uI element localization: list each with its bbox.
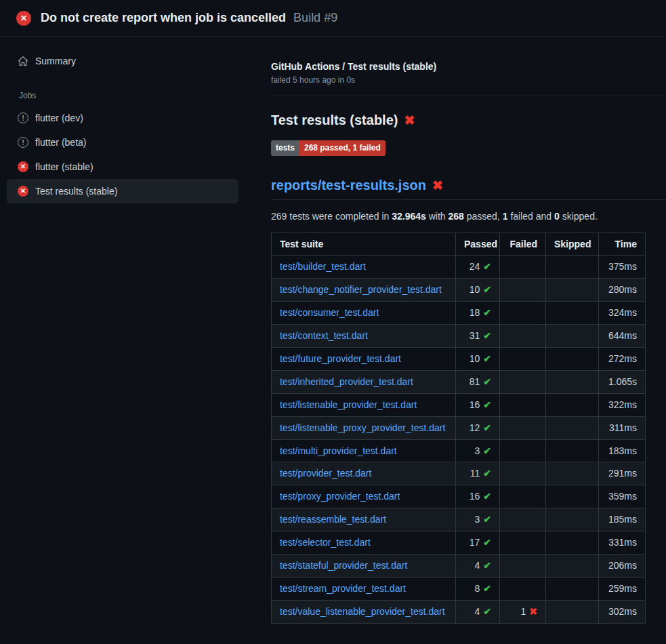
job-label: Test results (stable) <box>35 186 117 197</box>
suite-link[interactable]: test/listenable_provider_test.dart <box>280 399 417 410</box>
passed-cell: 12✔ <box>456 416 500 439</box>
time-cell: 375ms <box>599 256 646 279</box>
failed-cell <box>500 348 546 371</box>
suite-link[interactable]: test/provider_test.dart <box>280 468 371 479</box>
passed-cell: 10✔ <box>456 279 500 302</box>
time-cell: 331ms <box>599 531 646 555</box>
home-icon <box>18 56 28 66</box>
table-row: test/stream_provider_test.dart 8✔ 259ms <box>272 577 646 600</box>
col-test-suite: Test suite <box>272 233 456 256</box>
time-cell: 311ms <box>599 416 646 439</box>
suite-link[interactable]: test/listenable_proxy_provider_test.dart <box>280 422 445 433</box>
skipped-cell <box>546 325 599 348</box>
table-row: test/proxy_provider_test.dart 16✔ 359ms <box>272 485 646 508</box>
tests-badge: tests 268 passed, 1 failed <box>271 140 386 155</box>
job-status-icon: ✕ <box>18 161 28 172</box>
suite-link[interactable]: test/change_notifier_provider_test.dart <box>280 284 442 295</box>
time-cell: 302ms <box>599 600 646 623</box>
report-link[interactable]: reports/test-results.json <box>271 178 426 193</box>
check-run-content: GitHub Actions / Test results (stable) f… <box>238 37 666 623</box>
passed-cell: 8✔ <box>456 577 500 600</box>
sidebar-item-job[interactable]: ✕ Test results (stable) <box>7 179 238 203</box>
failed-cell <box>500 279 546 302</box>
time-cell: 183ms <box>599 439 646 462</box>
time-cell: 280ms <box>599 279 646 302</box>
skipped-cell <box>546 600 599 623</box>
job-status-icon: ! <box>18 137 28 148</box>
tests-badge-label: tests <box>271 140 299 155</box>
passed-cell: 16✔ <box>456 393 500 416</box>
failed-cell <box>500 256 546 279</box>
suite-link[interactable]: test/multi_provider_test.dart <box>280 445 397 456</box>
sidebar-item-job[interactable]: ! flutter (beta) <box>7 130 238 155</box>
table-row: test/value_listenable_provider_test.dart… <box>272 600 646 623</box>
job-label: flutter (stable) <box>35 161 93 172</box>
table-row: test/reassemble_test.dart 3✔ 185ms <box>272 508 646 531</box>
suite-link[interactable]: test/builder_test.dart <box>280 261 366 272</box>
sidebar-item-summary[interactable]: Summary <box>7 50 238 72</box>
table-header-row: Test suite Passed Failed Skipped Time <box>272 233 646 256</box>
passed-cell: 24✔ <box>456 256 500 279</box>
table-row: test/listenable_proxy_provider_test.dart… <box>272 416 646 439</box>
passed-cell: 81✔ <box>456 370 500 393</box>
skipped-cell <box>546 370 599 393</box>
job-label: flutter (beta) <box>35 137 86 148</box>
skipped-cell <box>546 256 599 279</box>
time-cell: 259ms <box>599 577 646 600</box>
table-row: test/consumer_test.dart 18✔ 324ms <box>272 302 646 325</box>
build-number: Build #9 <box>293 11 337 24</box>
suite-link[interactable]: test/proxy_provider_test.dart <box>280 491 400 502</box>
tests-badge-value: 268 passed, 1 failed <box>299 140 386 155</box>
skipped-cell <box>546 555 599 578</box>
failed-cell <box>500 485 546 508</box>
table-row: test/context_test.dart 31✔ 644ms <box>272 325 646 348</box>
skipped-cell <box>546 577 599 600</box>
passed-cell: 3✔ <box>456 439 500 462</box>
jobs-list: ! flutter (dev) ! flutter (beta) ✕ flutt… <box>7 106 238 203</box>
summary-line: 269 tests were completed in 32.964s with… <box>271 211 666 222</box>
table-row: test/multi_provider_test.dart 3✔ 183ms <box>272 439 646 462</box>
suite-link[interactable]: test/consumer_test.dart <box>280 307 379 318</box>
report-title-row: reports/test-results.json ✖ <box>271 178 666 200</box>
passed-cell: 17✔ <box>456 531 500 555</box>
passed-cell: 18✔ <box>456 302 500 325</box>
job-status-icon: ! <box>18 113 28 123</box>
passed-cell: 10✔ <box>456 348 500 371</box>
sidebar-item-job[interactable]: ✕ flutter (stable) <box>7 155 238 179</box>
skipped-cell <box>546 348 599 371</box>
failed-cell <box>500 555 546 578</box>
status-line: failed 5 hours ago in 0s <box>271 75 666 85</box>
time-cell: 359ms <box>599 485 646 508</box>
failed-cell <box>500 302 546 325</box>
table-row: test/builder_test.dart 24✔ 375ms <box>272 256 646 279</box>
time-cell: 206ms <box>599 555 646 578</box>
time-cell: 1.065s <box>599 370 646 393</box>
table-row: test/listenable_provider_test.dart 16✔ 3… <box>272 393 646 416</box>
suite-link[interactable]: test/inherited_provider_test.dart <box>280 376 413 387</box>
suite-link[interactable]: test/selector_test.dart <box>280 537 371 548</box>
col-time: Time <box>599 233 646 256</box>
suite-link[interactable]: test/reassemble_test.dart <box>280 514 386 525</box>
page-layout: Summary Jobs ! flutter (dev) ! flutter (… <box>0 37 666 623</box>
table-row: test/future_provider_test.dart 10✔ 272ms <box>272 348 646 371</box>
suite-link[interactable]: test/future_provider_test.dart <box>280 353 401 364</box>
table-row: test/inherited_provider_test.dart 81✔ 1.… <box>272 370 646 393</box>
build-failed-status-icon: ✕ <box>16 11 31 26</box>
passed-cell: 3✔ <box>456 508 500 531</box>
time-cell: 291ms <box>599 462 646 485</box>
job-status-icon: ✕ <box>18 186 28 197</box>
skipped-cell <box>546 485 599 508</box>
failed-x-icon: ✖ <box>404 113 415 128</box>
suite-link[interactable]: test/stream_provider_test.dart <box>280 583 406 594</box>
test-results-table: Test suite Passed Failed Skipped Time te… <box>271 233 646 624</box>
skipped-cell <box>546 279 599 302</box>
suite-link[interactable]: test/context_test.dart <box>280 330 368 341</box>
passed-cell: 4✔ <box>456 555 500 578</box>
sidebar-item-job[interactable]: ! flutter (dev) <box>7 106 238 130</box>
failed-cell <box>500 531 546 555</box>
failed-cell <box>500 508 546 531</box>
build-header: ✕ Do not create report when job is cance… <box>0 0 666 37</box>
suite-link[interactable]: test/value_listenable_provider_test.dart <box>280 606 445 617</box>
failed-cell <box>500 416 546 439</box>
suite-link[interactable]: test/stateful_provider_test.dart <box>280 560 407 571</box>
